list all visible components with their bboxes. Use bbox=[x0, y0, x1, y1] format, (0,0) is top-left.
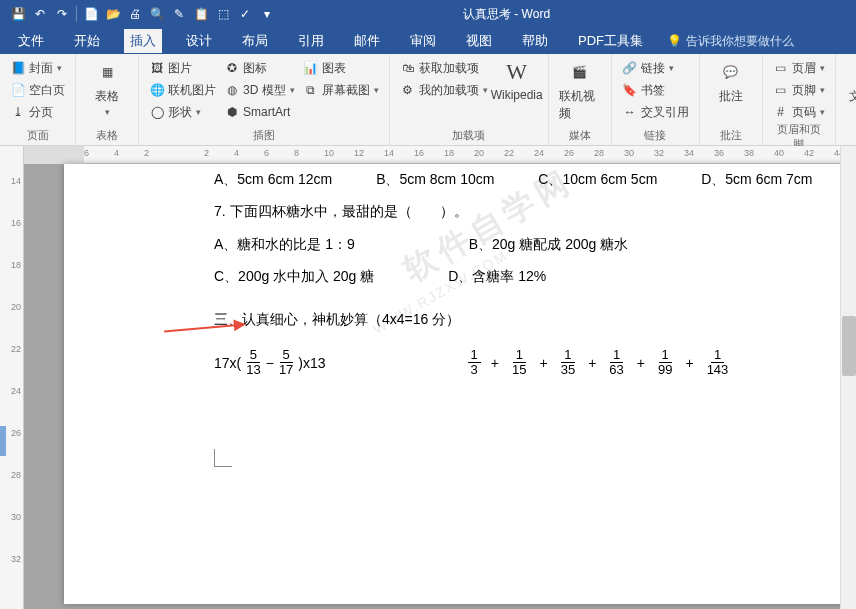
picture-button[interactable]: 🖼图片 bbox=[149, 58, 216, 78]
group-label-addins: 加载项 bbox=[400, 128, 538, 146]
expr2: 13 + 115 + 135 + 163 + 199 + 1143 bbox=[466, 348, 734, 378]
shapes-icon: ◯ bbox=[149, 104, 165, 120]
menu-file[interactable]: 文件 bbox=[12, 29, 50, 53]
menu-help[interactable]: 帮助 bbox=[516, 29, 554, 53]
menu-references[interactable]: 引用 bbox=[292, 29, 330, 53]
q7-options-cd: C、200g 水中加入 20g 糖 D、含糖率 12% bbox=[214, 265, 834, 287]
ribbon-group-comments: 💬 批注 批注 bbox=[700, 54, 763, 146]
qat-icon-7[interactable]: ⬚ bbox=[213, 4, 233, 24]
menu-layout[interactable]: 布局 bbox=[236, 29, 274, 53]
qat-more-icon[interactable]: ▾ bbox=[257, 4, 277, 24]
footer-button[interactable]: ▭页脚▾ bbox=[773, 80, 825, 100]
scrollbar-thumb[interactable] bbox=[842, 316, 856, 376]
cover-page-icon: 📘 bbox=[10, 60, 26, 76]
page-break-button[interactable]: ⤓分页 bbox=[10, 102, 65, 122]
redo-icon[interactable]: ↷ bbox=[52, 4, 72, 24]
vertical-ruler[interactable]: 14161820222426283032 bbox=[0, 146, 24, 609]
ribbon-group-links: 🔗链接▾ 🔖书签 ↔交叉引用 链接 bbox=[612, 54, 700, 146]
shapes-button[interactable]: ◯形状▾ bbox=[149, 102, 216, 122]
header-icon: ▭ bbox=[773, 60, 789, 76]
3d-models-icon: ◍ bbox=[224, 82, 240, 98]
save-icon[interactable]: 💾 bbox=[8, 4, 28, 24]
bookmark-icon: 🔖 bbox=[622, 82, 638, 98]
blank-page-icon: 📄 bbox=[10, 82, 26, 98]
quick-access-toolbar: 💾 ↶ ↷ 📄 📂 🖨 🔍 ✎ 📋 ⬚ ✓ ▾ bbox=[0, 4, 277, 24]
q7-text: 7. 下面四杯糖水中，最甜的是（ ）。 bbox=[214, 200, 834, 222]
horizontal-ruler[interactable]: 6422468101214161820222426283032343638404… bbox=[24, 146, 856, 164]
link-icon: 🔗 bbox=[622, 60, 638, 76]
group-label-tables: 表格 bbox=[86, 128, 128, 146]
chart-button[interactable]: 📊图表 bbox=[303, 58, 379, 78]
menu-review[interactable]: 审阅 bbox=[404, 29, 442, 53]
3d-models-button[interactable]: ◍3D 模型▾ bbox=[224, 80, 295, 100]
menu-design[interactable]: 设计 bbox=[180, 29, 218, 53]
crossref-button[interactable]: ↔交叉引用 bbox=[622, 102, 689, 122]
cover-page-button[interactable]: 📘封面▾ bbox=[10, 58, 65, 78]
video-icon: 🎬 bbox=[566, 58, 594, 86]
ribbon-group-tables: ▦ 表格▾ 表格 bbox=[76, 54, 139, 146]
my-addins-button[interactable]: ⚙我的加载项▾ bbox=[400, 80, 488, 100]
page-break-icon: ⤓ bbox=[10, 104, 26, 120]
blank-page-button[interactable]: 📄空白页 bbox=[10, 80, 65, 100]
icons-button[interactable]: ✪图标 bbox=[224, 58, 295, 78]
qat-icon-3[interactable]: 🖨 bbox=[125, 4, 145, 24]
bookmark-button[interactable]: 🔖书签 bbox=[622, 80, 689, 100]
addins-icon: ⚙ bbox=[400, 82, 416, 98]
pagenum-button[interactable]: #页码▾ bbox=[773, 102, 825, 122]
math-expressions: 17x( 513 − 517 )x13 13 + 115 + 135 + 163 bbox=[214, 348, 834, 378]
online-pictures-button[interactable]: 🌐联机图片 bbox=[149, 80, 216, 100]
qat-icon-8[interactable]: ✓ bbox=[235, 4, 255, 24]
q6-options: A、5cm 6cm 12cm B、5cm 8cm 10cm C、10cm 6cm… bbox=[214, 168, 834, 190]
qat-icon-4[interactable]: 🔍 bbox=[147, 4, 167, 24]
menu-home[interactable]: 开始 bbox=[68, 29, 106, 53]
expr1: 17x( 513 − 517 )x13 bbox=[214, 348, 326, 378]
group-label-comments: 批注 bbox=[710, 128, 752, 146]
ribbon-group-pages: 📘封面▾ 📄空白页 ⤓分页 页面 bbox=[0, 54, 76, 146]
smartart-button[interactable]: ⬢SmartArt bbox=[224, 102, 295, 122]
menu-pdf[interactable]: PDF工具集 bbox=[572, 29, 649, 53]
get-addins-button[interactable]: 🛍获取加载项 bbox=[400, 58, 488, 78]
screenshot-button[interactable]: ⧉屏幕截图▾ bbox=[303, 80, 379, 100]
menu-view[interactable]: 视图 bbox=[460, 29, 498, 53]
qat-icon-6[interactable]: 📋 bbox=[191, 4, 211, 24]
group-label-illustrations: 插图 bbox=[149, 128, 379, 146]
lightbulb-icon: 💡 bbox=[667, 34, 682, 48]
tell-me-search[interactable]: 💡 告诉我你想要做什么 bbox=[667, 33, 794, 50]
textbox-button[interactable]: A 文本框 bbox=[846, 58, 856, 105]
page[interactable]: 软件自学网 WWW.RJZXW.COM A、5cm 6cm 12cm B、5cm… bbox=[64, 164, 854, 604]
wikipedia-button[interactable]: W Wikipedia bbox=[496, 58, 538, 102]
online-video-button[interactable]: 🎬 联机视频 bbox=[559, 58, 601, 122]
online-pictures-icon: 🌐 bbox=[149, 82, 165, 98]
menu-insert[interactable]: 插入 bbox=[124, 29, 162, 53]
chart-icon: 📊 bbox=[303, 60, 319, 76]
undo-icon[interactable]: ↶ bbox=[30, 4, 50, 24]
crossref-icon: ↔ bbox=[622, 104, 638, 120]
table-icon: ▦ bbox=[93, 58, 121, 86]
screenshot-icon: ⧉ bbox=[303, 82, 319, 98]
menu-mailings[interactable]: 邮件 bbox=[348, 29, 386, 53]
footer-icon: ▭ bbox=[773, 82, 789, 98]
ribbon-group-text: A 文本框 bbox=[836, 54, 856, 146]
qat-icon-1[interactable]: 📄 bbox=[81, 4, 101, 24]
comment-icon: 💬 bbox=[717, 58, 745, 86]
wikipedia-icon: W bbox=[503, 58, 531, 86]
header-button[interactable]: ▭页眉▾ bbox=[773, 58, 825, 78]
table-button[interactable]: ▦ 表格▾ bbox=[86, 58, 128, 117]
group-label-links: 链接 bbox=[622, 128, 689, 146]
q7-options-ab: A、糖和水的比是 1：9 B、20g 糖配成 200g 糖水 bbox=[214, 233, 834, 255]
comment-button[interactable]: 💬 批注 bbox=[710, 58, 752, 105]
qat-icon-5[interactable]: ✎ bbox=[169, 4, 189, 24]
icons-icon: ✪ bbox=[224, 60, 240, 76]
vertical-scrollbar[interactable] bbox=[840, 146, 856, 609]
picture-icon: 🖼 bbox=[149, 60, 165, 76]
document-content: A、5cm 6cm 12cm B、5cm 8cm 10cm C、10cm 6cm… bbox=[214, 164, 834, 378]
link-button[interactable]: 🔗链接▾ bbox=[622, 58, 689, 78]
ribbon: 📘封面▾ 📄空白页 ⤓分页 页面 ▦ 表格▾ 表格 🖼图片 🌐联机图片 ◯形状▾… bbox=[0, 54, 856, 146]
pagenum-icon: # bbox=[773, 104, 789, 120]
menu-bar: 文件 开始 插入 设计 布局 引用 邮件 审阅 视图 帮助 PDF工具集 💡 告… bbox=[0, 28, 856, 54]
ribbon-group-media: 🎬 联机视频 媒体 bbox=[549, 54, 612, 146]
group-label-pages: 页面 bbox=[10, 128, 65, 146]
ribbon-group-addins: 🛍获取加载项 ⚙我的加载项▾ W Wikipedia 加载项 bbox=[390, 54, 549, 146]
qat-icon-2[interactable]: 📂 bbox=[103, 4, 123, 24]
annotation-arrow bbox=[164, 327, 244, 329]
